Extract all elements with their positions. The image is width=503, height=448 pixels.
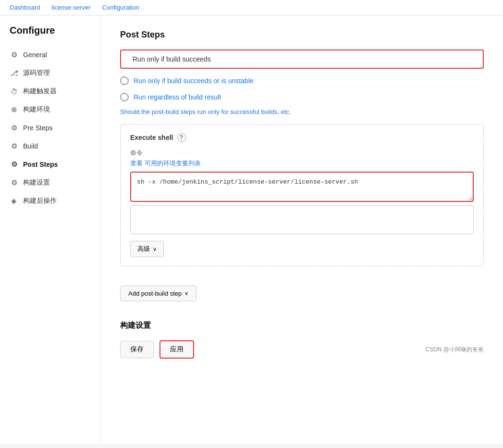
add-post-build-step-button[interactable]: Add post-build step <box>120 286 196 301</box>
command-field-label: 命令 <box>130 149 474 157</box>
sidebar: Configure ⚙ General ⎇ 源码管理 ⏱ 构建触发器 ⊕ 构建环… <box>0 15 101 444</box>
nav-dashboard[interactable]: Dashboard <box>10 4 40 11</box>
build-settings-title: 构建设置 <box>120 321 484 331</box>
execute-shell-title: Execute shell ? <box>130 133 474 142</box>
command-textarea[interactable] <box>130 172 474 202</box>
clock-icon: ⏱ <box>10 87 18 96</box>
radio-option-3[interactable]: Run regardless of build result <box>120 93 484 101</box>
radio-option-1-container[interactable]: Run only if build succeeds <box>120 50 484 69</box>
topnav: Dashboard license-server Configuration <box>0 0 503 15</box>
radio-label-2[interactable]: Run only if build succeeds or is unstabl… <box>134 77 254 85</box>
sidebar-item-source-management[interactable]: ⎇ 源码管理 <box>0 64 100 82</box>
radio-label-1[interactable]: Run only if build succeeds <box>133 55 211 63</box>
sidebar-item-post-steps[interactable]: ⚙ Post Steps <box>0 155 100 174</box>
sidebar-label-build-env: 构建环境 <box>23 105 50 114</box>
globe-icon: ⊕ <box>10 105 18 114</box>
sidebar-label-build-trigger: 构建触发器 <box>23 87 57 96</box>
gear-icon-general: ⚙ <box>10 50 18 59</box>
sidebar-item-post-build-actions[interactable]: ◈ 构建后操作 <box>0 192 100 210</box>
apply-button[interactable]: 应用 <box>159 340 194 359</box>
radio-circle-3 <box>120 93 129 101</box>
gear-icon-pre: ⚙ <box>10 124 18 132</box>
sidebar-label-post-steps: Post Steps <box>23 161 58 168</box>
gear-icon-build: ⚙ <box>10 142 18 150</box>
hint-text: Should the post-build steps run only for… <box>120 108 484 115</box>
sidebar-label-general: General <box>23 51 47 59</box>
sidebar-item-build-trigger[interactable]: ⏱ 构建触发器 <box>0 82 100 100</box>
sidebar-item-build-env[interactable]: ⊕ 构建环境 <box>0 100 100 119</box>
bottom-buttons: 保存 应用 CSDN @小阿咻的爸爸 <box>120 340 484 359</box>
radio-label-3[interactable]: Run regardless of build result <box>134 93 221 101</box>
gear-icon-post: ⚙ <box>10 160 18 169</box>
main-content: Post Steps Run only if build succeeds Ru… <box>101 15 503 444</box>
command-extra-area[interactable] <box>130 205 474 234</box>
radio-option-2[interactable]: Run only if build succeeds or is unstabl… <box>120 76 484 85</box>
execute-shell-box: Execute shell ? 命令 查看 可用的环境变量列表 高级 <box>120 124 484 266</box>
sidebar-label-build: Build <box>23 142 38 150</box>
nav-license-server[interactable]: license-server <box>52 4 91 11</box>
post-steps-title: Post Steps <box>120 30 484 40</box>
radio-circle-2 <box>120 76 129 85</box>
save-button[interactable]: 保存 <box>120 341 154 358</box>
branch-icon: ⎇ <box>10 69 18 77</box>
watermark: CSDN @小阿咻的爸爸 <box>425 346 484 354</box>
question-mark-icon[interactable]: ? <box>177 133 186 142</box>
sidebar-label-pre-steps: Pre Steps <box>23 124 52 132</box>
sidebar-item-general[interactable]: ⚙ General <box>0 46 100 64</box>
sidebar-title: Configure <box>0 25 100 46</box>
layout: Configure ⚙ General ⎇ 源码管理 ⏱ 构建触发器 ⊕ 构建环… <box>0 15 503 444</box>
sidebar-item-build[interactable]: ⚙ Build <box>0 137 100 155</box>
sidebar-label-source-management: 源码管理 <box>23 69 50 77</box>
sidebar-label-post-build-actions: 构建后操作 <box>23 197 57 205</box>
env-vars-link[interactable]: 查看 可用的环境变量列表 <box>130 159 474 168</box>
sidebar-label-build-settings: 构建设置 <box>23 178 50 187</box>
execute-shell-label: Execute shell <box>130 134 173 141</box>
diamond-icon: ◈ <box>10 197 18 205</box>
radio-group: Run only if build succeeds Run only if b… <box>120 50 484 101</box>
sidebar-item-pre-steps[interactable]: ⚙ Pre Steps <box>0 119 100 137</box>
nav-configuration[interactable]: Configuration <box>102 4 139 11</box>
advanced-button[interactable]: 高级 <box>130 241 164 257</box>
sidebar-item-build-settings[interactable]: ⚙ 构建设置 <box>0 174 100 192</box>
gear-icon-settings: ⚙ <box>10 178 18 187</box>
